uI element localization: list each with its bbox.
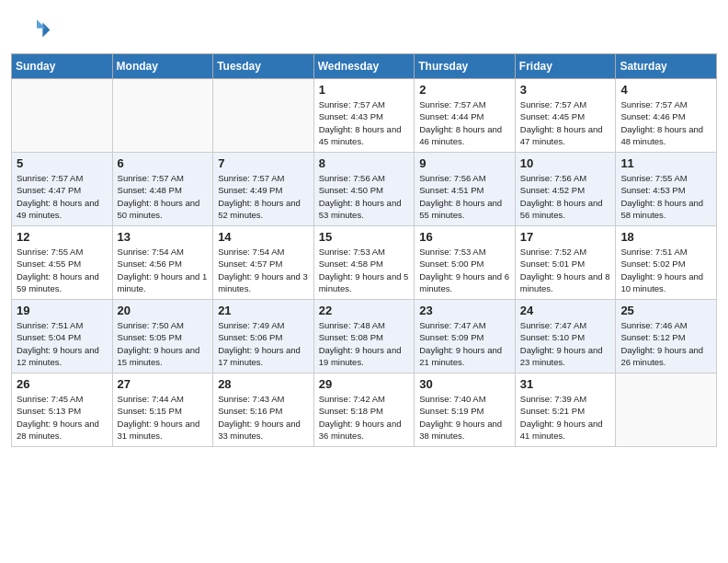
calendar-cell: 8Sunrise: 7:56 AM Sunset: 4:50 PM Daylig… (313, 153, 415, 226)
page-header (0, 0, 728, 53)
day-number: 25 (620, 304, 711, 317)
svg-marker-0 (42, 22, 50, 37)
day-number: 16 (419, 230, 510, 244)
day-info: Sunrise: 7:57 AM Sunset: 4:48 PM Dayligh… (118, 172, 209, 221)
weekday-header-friday: Friday (515, 54, 616, 79)
day-info: Sunrise: 7:56 AM Sunset: 4:52 PM Dayligh… (520, 172, 611, 221)
calendar-cell: 22Sunrise: 7:48 AM Sunset: 5:08 PM Dayli… (313, 300, 415, 373)
calendar-cell: 28Sunrise: 7:43 AM Sunset: 5:16 PM Dayli… (213, 373, 314, 447)
day-info: Sunrise: 7:57 AM Sunset: 4:47 PM Dayligh… (17, 172, 108, 221)
day-number: 1 (319, 83, 410, 97)
day-info: Sunrise: 7:48 AM Sunset: 5:08 PM Dayligh… (319, 319, 410, 368)
day-number: 19 (17, 304, 108, 317)
day-info: Sunrise: 7:53 AM Sunset: 4:58 PM Dayligh… (319, 246, 410, 294)
day-info: Sunrise: 7:45 AM Sunset: 5:13 PM Dayligh… (17, 393, 108, 442)
weekday-header-tuesday: Tuesday (213, 54, 314, 79)
day-info: Sunrise: 7:53 AM Sunset: 5:00 PM Dayligh… (419, 246, 510, 294)
day-number: 14 (218, 230, 309, 244)
day-info: Sunrise: 7:55 AM Sunset: 4:55 PM Dayligh… (17, 246, 108, 294)
weekday-header-thursday: Thursday (415, 54, 516, 79)
day-info: Sunrise: 7:49 AM Sunset: 5:06 PM Dayligh… (218, 319, 309, 368)
weekday-header-monday: Monday (112, 54, 213, 79)
day-info: Sunrise: 7:55 AM Sunset: 4:53 PM Dayligh… (620, 172, 711, 221)
calendar-cell (12, 79, 113, 153)
day-number: 13 (118, 230, 209, 244)
day-info: Sunrise: 7:57 AM Sunset: 4:49 PM Dayligh… (218, 172, 309, 221)
calendar-cell: 5Sunrise: 7:57 AM Sunset: 4:47 PM Daylig… (12, 153, 113, 226)
calendar-cell: 30Sunrise: 7:40 AM Sunset: 5:19 PM Dayli… (415, 373, 516, 447)
day-number: 17 (520, 230, 611, 244)
day-number: 31 (520, 377, 611, 391)
day-info: Sunrise: 7:57 AM Sunset: 4:46 PM Dayligh… (620, 98, 711, 147)
calendar-cell: 25Sunrise: 7:46 AM Sunset: 5:12 PM Dayli… (616, 300, 717, 373)
day-info: Sunrise: 7:57 AM Sunset: 4:43 PM Dayligh… (319, 98, 410, 147)
day-number: 29 (319, 377, 410, 391)
day-number: 9 (419, 156, 510, 170)
weekday-header-sunday: Sunday (12, 54, 113, 79)
day-number: 23 (419, 304, 510, 317)
day-info: Sunrise: 7:42 AM Sunset: 5:18 PM Dayligh… (319, 393, 410, 442)
calendar-cell: 15Sunrise: 7:53 AM Sunset: 4:58 PM Dayli… (313, 226, 415, 300)
calendar-cell: 13Sunrise: 7:54 AM Sunset: 4:56 PM Dayli… (112, 226, 213, 300)
day-info: Sunrise: 7:54 AM Sunset: 4:57 PM Dayligh… (218, 246, 309, 294)
day-info: Sunrise: 7:43 AM Sunset: 5:16 PM Dayligh… (218, 393, 309, 442)
calendar-cell: 18Sunrise: 7:51 AM Sunset: 5:02 PM Dayli… (616, 226, 717, 300)
day-number: 3 (520, 83, 611, 97)
weekday-header-saturday: Saturday (616, 54, 717, 79)
calendar-cell: 1Sunrise: 7:57 AM Sunset: 4:43 PM Daylig… (313, 79, 415, 153)
day-info: Sunrise: 7:47 AM Sunset: 5:10 PM Dayligh… (520, 319, 611, 368)
calendar-cell: 10Sunrise: 7:56 AM Sunset: 4:52 PM Dayli… (515, 153, 616, 226)
calendar-cell: 11Sunrise: 7:55 AM Sunset: 4:53 PM Dayli… (616, 153, 717, 226)
day-info: Sunrise: 7:39 AM Sunset: 5:21 PM Dayligh… (520, 393, 611, 442)
calendar-cell: 16Sunrise: 7:53 AM Sunset: 5:00 PM Dayli… (415, 226, 516, 300)
day-info: Sunrise: 7:54 AM Sunset: 4:56 PM Dayligh… (118, 246, 209, 294)
calendar-cell: 14Sunrise: 7:54 AM Sunset: 4:57 PM Dayli… (213, 226, 314, 300)
day-number: 8 (319, 156, 410, 170)
calendar-cell: 31Sunrise: 7:39 AM Sunset: 5:21 PM Dayli… (515, 373, 616, 447)
calendar-cell (213, 79, 314, 153)
day-number: 6 (118, 156, 209, 170)
day-info: Sunrise: 7:51 AM Sunset: 5:04 PM Dayligh… (17, 319, 108, 368)
day-number: 27 (118, 377, 209, 391)
calendar-cell: 23Sunrise: 7:47 AM Sunset: 5:09 PM Dayli… (415, 300, 516, 373)
calendar-cell: 3Sunrise: 7:57 AM Sunset: 4:45 PM Daylig… (515, 79, 616, 153)
calendar-cell: 27Sunrise: 7:44 AM Sunset: 5:15 PM Dayli… (112, 373, 213, 447)
day-number: 15 (319, 230, 410, 244)
day-number: 5 (17, 156, 108, 170)
day-number: 12 (17, 230, 108, 244)
day-info: Sunrise: 7:44 AM Sunset: 5:15 PM Dayligh… (118, 393, 209, 442)
day-number: 10 (520, 156, 611, 170)
weekday-header-wednesday: Wednesday (313, 54, 415, 79)
day-info: Sunrise: 7:52 AM Sunset: 5:01 PM Dayligh… (520, 246, 611, 294)
calendar-cell: 9Sunrise: 7:56 AM Sunset: 4:51 PM Daylig… (415, 153, 516, 226)
calendar-cell: 6Sunrise: 7:57 AM Sunset: 4:48 PM Daylig… (112, 153, 213, 226)
day-number: 2 (419, 83, 510, 97)
calendar-cell: 17Sunrise: 7:52 AM Sunset: 5:01 PM Dayli… (515, 226, 616, 300)
calendar-cell (616, 373, 717, 447)
calendar-cell: 20Sunrise: 7:50 AM Sunset: 5:05 PM Dayli… (112, 300, 213, 373)
day-number: 4 (620, 83, 711, 97)
calendar-cell (112, 79, 213, 153)
day-number: 24 (520, 304, 611, 317)
calendar-cell: 7Sunrise: 7:57 AM Sunset: 4:49 PM Daylig… (213, 153, 314, 226)
day-info: Sunrise: 7:47 AM Sunset: 5:09 PM Dayligh… (419, 319, 510, 368)
day-number: 30 (419, 377, 510, 391)
calendar-cell: 2Sunrise: 7:57 AM Sunset: 4:44 PM Daylig… (415, 79, 516, 153)
calendar-cell: 4Sunrise: 7:57 AM Sunset: 4:46 PM Daylig… (616, 79, 717, 153)
day-info: Sunrise: 7:57 AM Sunset: 4:45 PM Dayligh… (520, 98, 611, 147)
day-info: Sunrise: 7:46 AM Sunset: 5:12 PM Dayligh… (620, 319, 711, 368)
day-number: 26 (17, 377, 108, 391)
calendar-cell: 19Sunrise: 7:51 AM Sunset: 5:04 PM Dayli… (12, 300, 113, 373)
calendar-cell: 21Sunrise: 7:49 AM Sunset: 5:06 PM Dayli… (213, 300, 314, 373)
calendar-table: SundayMondayTuesdayWednesdayThursdayFrid… (11, 53, 717, 447)
day-number: 22 (319, 304, 410, 317)
day-number: 11 (620, 156, 711, 170)
calendar-cell: 26Sunrise: 7:45 AM Sunset: 5:13 PM Dayli… (12, 373, 113, 447)
logo (22, 17, 55, 46)
day-info: Sunrise: 7:51 AM Sunset: 5:02 PM Dayligh… (620, 246, 711, 294)
day-number: 7 (218, 156, 309, 170)
day-number: 28 (218, 377, 309, 391)
day-number: 20 (118, 304, 209, 317)
day-info: Sunrise: 7:57 AM Sunset: 4:44 PM Dayligh… (419, 98, 510, 147)
logo-icon (22, 17, 51, 46)
